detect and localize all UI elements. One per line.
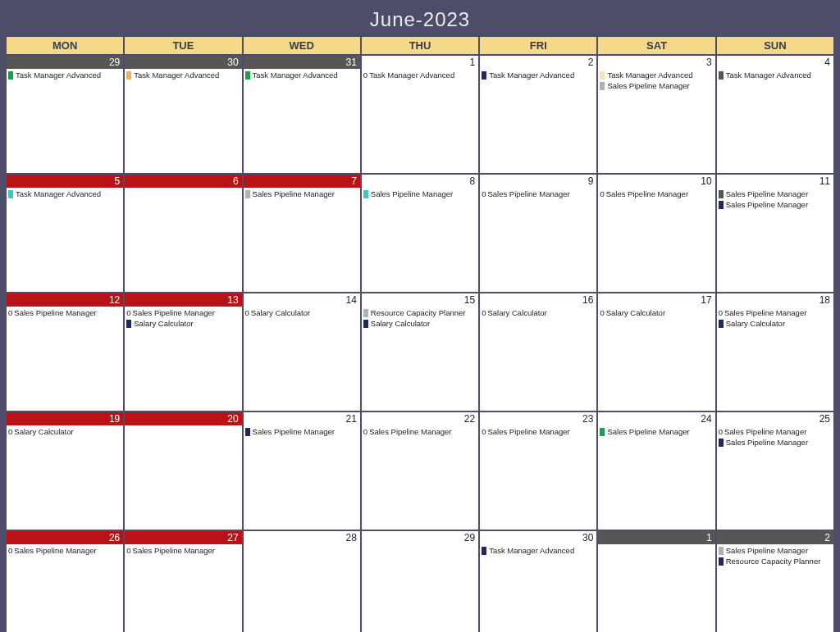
calendar-event[interactable]: Task Manager Advanced [8,189,121,198]
calendar-event[interactable]: Resource Capacity Planner [719,557,832,566]
calendar-cell[interactable]: 29 [361,530,479,632]
calendar-cell[interactable]: 250Sales Pipeline ManagerSales Pipeline … [716,411,834,530]
event-list: 0Sales Pipeline Manager [7,307,123,317]
calendar-cell[interactable]: 6 [124,174,242,293]
calendar-cell[interactable]: 11Sales Pipeline ManagerSales Pipeline M… [716,174,834,293]
calendar-event[interactable]: 0Salary Calculator [600,308,713,317]
calendar-event[interactable]: 0Sales Pipeline Manager [719,427,832,436]
event-list: 0Sales Pipeline Manager [7,544,123,555]
calendar-cell[interactable]: 28 [243,530,361,632]
calendar-event[interactable]: 0Sales Pipeline Manager [482,427,595,436]
day-number-bar: 6 [125,175,241,188]
calendar-event[interactable]: Sales Pipeline Manager [719,189,832,198]
event-label: Sales Pipeline Manager [371,189,453,198]
calendar-event[interactable]: 0Sales Pipeline Manager [719,308,832,317]
calendar-event[interactable]: Sales Pipeline Manager [363,189,477,198]
calendar-event[interactable]: Sales Pipeline Manager [719,438,832,447]
calendar-event[interactable]: 0Task Manager Advanced [363,70,477,80]
calendar-event[interactable]: Task Manager Advanced [8,70,121,80]
event-prefix: 0 [8,546,12,555]
calendar-event[interactable]: Sales Pipeline Manager [719,200,832,209]
calendar-event[interactable]: Task Manager Advanced [482,70,595,80]
calendar-event[interactable]: Sales Pipeline Manager [245,427,358,436]
calendar-cell[interactable]: 21Sales Pipeline Manager [243,411,361,530]
event-label: Task Manager Advanced [369,70,454,80]
calendar-event[interactable]: Sales Pipeline Manager [600,427,713,436]
calendar-event[interactable]: Salary Calculator [363,319,477,328]
event-list: 0Sales Pipeline Manager [480,188,596,198]
calendar-event[interactable]: 0Sales Pipeline Manager [8,546,121,555]
event-color-icon [245,71,250,80]
day-number-bar: 2 [480,56,596,69]
calendar-cell[interactable]: 100Sales Pipeline Manager [597,174,715,293]
calendar-event[interactable]: Resource Capacity Planner [363,308,477,317]
calendar-cell[interactable]: 270Sales Pipeline Manager [124,530,242,632]
calendar-cell[interactable]: 30Task Manager Advanced [124,55,242,174]
calendar-cell[interactable]: 31Task Manager Advanced [243,55,361,174]
calendar-cell[interactable]: 3Task Manager AdvancedSales Pipeline Man… [597,55,715,174]
calendar-cell[interactable]: 260Sales Pipeline Manager [6,530,124,632]
calendar-event[interactable]: 0Salary Calculator [8,427,121,436]
event-color-icon [126,320,131,328]
calendar-cell[interactable]: 170Salary Calculator [597,293,715,411]
calendar-cell[interactable]: 120Sales Pipeline Manager [6,293,124,411]
event-label: Sales Pipeline Manager [607,427,689,436]
calendar-cell[interactable]: 30Task Manager Advanced [479,530,597,632]
calendar-cell[interactable]: 29Task Manager Advanced [6,55,124,174]
calendar-event[interactable]: 0Salary Calculator [482,308,595,317]
day-number-bar: 19 [7,412,123,425]
calendar-cell[interactable]: 1 [597,530,715,632]
event-list [362,544,478,546]
event-prefix: 0 [482,427,486,436]
day-number-bar: 25 [717,412,833,425]
weekday-header: TUE [124,36,242,55]
calendar-event[interactable]: 0Sales Pipeline Manager [482,189,595,198]
calendar-event[interactable]: Task Manager Advanced [719,70,832,80]
calendar-event[interactable]: Sales Pipeline Manager [600,81,713,90]
weekday-header-row: MONTUEWEDTHUFRISATSUN [6,36,834,55]
calendar-event[interactable]: Task Manager Advanced [600,70,713,80]
calendar-event[interactable]: 0Salary Calculator [245,308,358,317]
event-label: Sales Pipeline Manager [726,546,808,555]
calendar-event[interactable]: Task Manager Advanced [245,70,358,80]
event-list: 0Sales Pipeline Manager [125,544,241,555]
calendar-event[interactable]: Task Manager Advanced [482,546,595,555]
calendar-cell[interactable]: 90Sales Pipeline Manager [479,174,597,293]
calendar-cell[interactable]: 160Salary Calculator [479,293,597,411]
calendar-event[interactable]: 0Sales Pipeline Manager [600,189,713,198]
calendar-cell[interactable]: 5Task Manager Advanced [6,174,124,293]
weekday-header: MON [6,36,124,55]
calendar-cell[interactable]: 24Sales Pipeline Manager [597,411,715,530]
calendar-event[interactable]: Sales Pipeline Manager [245,189,358,198]
calendar-cell[interactable]: 15Resource Capacity PlannerSalary Calcul… [361,293,479,411]
calendar-cell[interactable]: 2Sales Pipeline ManagerResource Capacity… [716,530,834,632]
calendar-cell[interactable]: 8Sales Pipeline Manager [361,174,479,293]
event-label: Sales Pipeline Manager [606,189,688,198]
calendar-event[interactable]: Salary Calculator [126,319,240,328]
event-list: 0Sales Pipeline ManagerSalary Calculator [125,307,241,328]
calendar-event[interactable]: Task Manager Advanced [126,70,240,80]
calendar-cell[interactable]: 220Sales Pipeline Manager [361,411,479,530]
calendar-cell[interactable]: 190Salary Calculator [6,411,124,530]
calendar-event[interactable]: Sales Pipeline Manager [719,546,832,555]
calendar-cell[interactable]: 230Sales Pipeline Manager [479,411,597,530]
calendar-event[interactable]: 0Sales Pipeline Manager [363,427,477,436]
event-color-icon [482,71,486,80]
calendar-cell[interactable]: 130Sales Pipeline ManagerSalary Calculat… [124,293,242,411]
event-label: Salary Calculator [606,308,665,317]
calendar-event[interactable]: 0Sales Pipeline Manager [8,308,121,317]
calendar-event[interactable]: 0Sales Pipeline Manager [126,546,240,555]
calendar-event[interactable]: 0Sales Pipeline Manager [126,308,240,317]
calendar-cell[interactable]: 140Salary Calculator [243,293,361,411]
day-number-bar: 21 [244,412,360,425]
event-list: Task Manager Advanced [480,544,596,555]
calendar-cell[interactable]: 7Sales Pipeline Manager [243,174,361,293]
event-prefix: 0 [482,308,486,317]
day-number-bar: 9 [480,175,596,188]
calendar-cell[interactable]: 20 [124,411,242,530]
calendar-cell[interactable]: 180Sales Pipeline ManagerSalary Calculat… [716,293,834,411]
calendar-cell[interactable]: 2Task Manager Advanced [479,55,597,174]
calendar-cell[interactable]: 4Task Manager Advanced [716,55,834,174]
calendar-cell[interactable]: 10Task Manager Advanced [361,55,479,174]
calendar-event[interactable]: Salary Calculator [719,319,832,328]
